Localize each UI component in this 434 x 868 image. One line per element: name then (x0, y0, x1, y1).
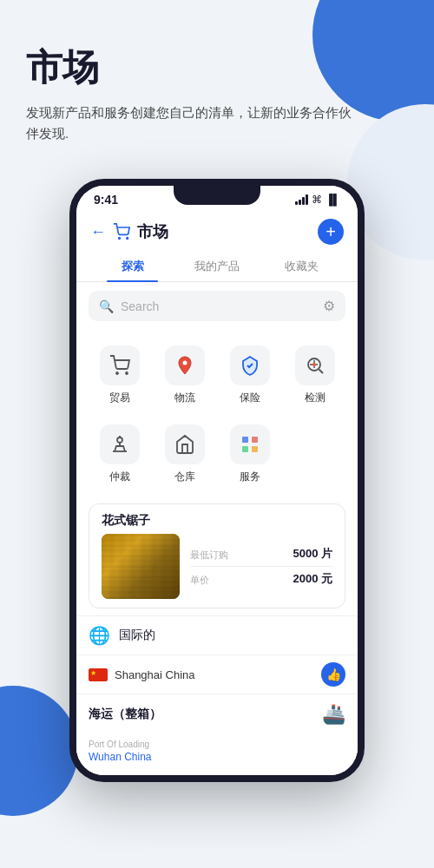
category-icon-trade (100, 345, 140, 385)
category-label-warehouse: 仓库 (174, 470, 195, 484)
product-details: 最低订购 5000 片 单价 2000 元 (190, 534, 332, 599)
category-label-insurance: 保险 (240, 391, 260, 405)
app-title: 市场 (137, 221, 168, 242)
category-icon-service (230, 424, 270, 464)
category-icon-warehouse (165, 424, 205, 464)
add-button[interactable]: + (318, 219, 344, 245)
search-icon: 🔍 (99, 299, 114, 313)
category-item-service[interactable]: 服务 (219, 416, 280, 491)
app-topbar: ← 市场 + (76, 210, 358, 252)
min-order-label: 最低订购 (190, 549, 228, 562)
min-order-value: 5000 片 (293, 546, 332, 562)
thumbs-up-button[interactable]: 👍 (321, 662, 345, 687)
svg-line-6 (319, 370, 323, 374)
category-icon-inspection (295, 345, 335, 385)
svg-rect-14 (242, 446, 248, 452)
category-label-logistics: 物流 (174, 391, 195, 405)
status-icons: ⌘ ▐▌ (295, 194, 340, 206)
tab-explore[interactable]: 探索 (90, 252, 174, 281)
flag-star: ★ (90, 669, 96, 677)
product-body: 最低订购 5000 片 单价 2000 元 (89, 534, 345, 608)
location-text: Shanghai China (115, 668, 195, 681)
search-bar[interactable]: 🔍 Search ⚙ (89, 291, 345, 321)
international-label: 国际的 (119, 628, 155, 643)
category-item-warehouse[interactable]: 仓库 (154, 416, 215, 491)
search-input[interactable]: Search (121, 299, 316, 313)
location-left: ★ Shanghai China (89, 668, 195, 681)
port-of-loading-value: Wuhan China (89, 751, 345, 763)
page-description: 发现新产品和服务创建您自己的清单，让新的业务合作伙伴发现. (26, 102, 356, 144)
product-image (102, 534, 180, 599)
min-order-row: 最低订购 5000 片 (190, 542, 332, 567)
location-row: ★ Shanghai China 👍 (76, 654, 358, 694)
svg-point-0 (119, 238, 121, 240)
category-label-inspection: 检测 (305, 391, 326, 405)
phone-mockup-wrapper: 9:41 ⌘ ▐▌ ← (0, 161, 434, 808)
category-label-arbitration: 仲裁 (109, 470, 130, 484)
category-item-trade[interactable]: 贸易 (89, 337, 150, 412)
battery-icon: ▐▌ (326, 194, 340, 206)
category-icon-insurance (230, 345, 270, 385)
wifi-icon: ⌘ (312, 194, 322, 206)
back-button[interactable]: ← (90, 223, 106, 241)
topbar-left: ← 市场 (90, 221, 168, 242)
port-section: Port Of Loading Wuhan China (76, 734, 358, 775)
unit-price-label: 单价 (190, 574, 209, 587)
filter-icon[interactable]: ⚙ (323, 298, 335, 314)
product-title: 花式锯子 (89, 504, 345, 534)
category-item-logistics[interactable]: 物流 (154, 337, 215, 412)
svg-point-2 (116, 372, 118, 374)
svg-point-3 (126, 372, 128, 374)
shipping-row: 海运（整箱） 🚢 (76, 694, 358, 734)
ship-icon: 🚢 (322, 703, 345, 726)
app-content: ← 市场 + 探索 我的产品 收藏夹 🔍 Search ⚙ (76, 210, 358, 775)
port-of-loading-label: Port Of Loading (89, 740, 345, 749)
cart-icon (113, 223, 130, 240)
international-row: 🌐 国际的 (76, 615, 358, 654)
page-header: 市场 发现新产品和服务创建您自己的清单，让新的业务合作伙伴发现. (0, 0, 434, 161)
globe-icon: 🌐 (89, 625, 110, 646)
svg-point-1 (127, 238, 128, 240)
status-time: 9:41 (94, 193, 118, 207)
product-card[interactable]: 花式锯子 最低订购 5000 片 单价 2000 元 (89, 503, 345, 608)
page-title: 市场 (26, 43, 408, 92)
category-icon-logistics (165, 345, 205, 385)
category-item-arbitration[interactable]: 仲裁 (89, 416, 150, 491)
svg-point-4 (182, 361, 187, 365)
tab-my-products[interactable]: 我的产品 (174, 252, 259, 281)
unit-price-value: 2000 元 (293, 571, 332, 587)
flag-china: ★ (89, 668, 108, 681)
svg-rect-12 (242, 437, 248, 443)
phone-frame: 9:41 ⌘ ▐▌ ← (69, 179, 365, 782)
category-icon-arbitration (100, 424, 140, 464)
svg-rect-15 (252, 446, 258, 452)
phone-notch (174, 186, 260, 205)
svg-rect-13 (252, 437, 258, 443)
tab-favorites[interactable]: 收藏夹 (260, 252, 344, 281)
category-grid: 贸易 物流 (76, 330, 358, 498)
shipping-label: 海运（整箱） (89, 707, 161, 722)
category-item-insurance[interactable]: 保险 (219, 337, 280, 412)
svg-point-7 (312, 363, 316, 366)
category-label-trade: 贸易 (109, 391, 130, 405)
tabs-bar: 探索 我的产品 收藏夹 (76, 252, 358, 282)
category-label-service: 服务 (240, 470, 260, 484)
svg-point-8 (117, 437, 122, 443)
category-item-inspection[interactable]: 检测 (284, 337, 345, 412)
unit-price-row: 单价 2000 元 (190, 567, 332, 591)
signal-icon (295, 194, 308, 205)
